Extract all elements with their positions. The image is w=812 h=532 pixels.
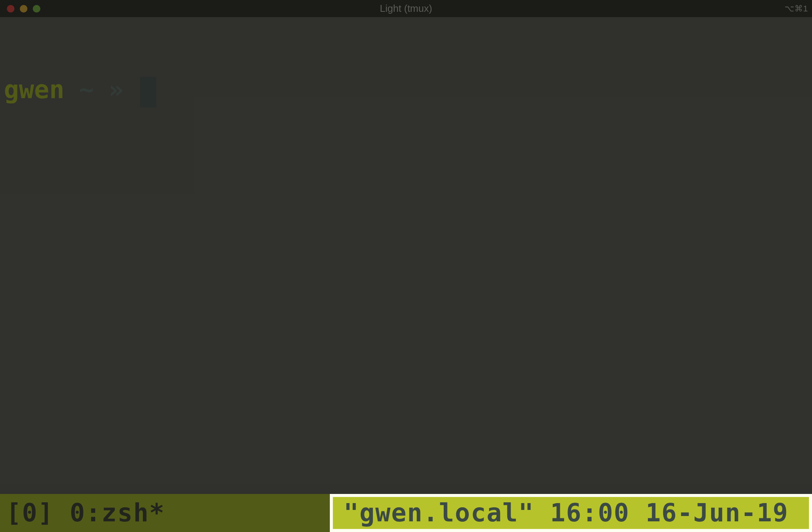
prompt-user: gwen (4, 76, 64, 104)
tmux-status-left[interactable]: [0] 0:zsh* (0, 494, 330, 532)
shell-prompt: gwen ~ » (4, 75, 808, 105)
window-shortcut-indicator: ⌥⌘1 (785, 4, 808, 14)
prompt-arrow: » (109, 76, 124, 104)
window-traffic-lights (7, 5, 40, 13)
prompt-path: ~ (79, 76, 94, 104)
tmux-status-right-highlight: "gwen.local" 16:00 16-Jun-19 (330, 494, 812, 532)
tmux-status-bar: [0] 0:zsh* "gwen.local" 16:00 16-Jun-19 (0, 494, 812, 532)
terminal-pane[interactable]: gwen ~ » (0, 17, 812, 494)
tmux-status-right: "gwen.local" 16:00 16-Jun-19 (333, 497, 809, 529)
window-zoom-icon[interactable] (33, 5, 40, 13)
window-minimize-icon[interactable] (20, 5, 27, 13)
window-close-icon[interactable] (7, 5, 14, 13)
window-titlebar: Light (tmux) ⌥⌘1 (0, 0, 812, 17)
window-title: Light (tmux) (380, 3, 432, 14)
terminal-cursor-icon (140, 77, 156, 107)
